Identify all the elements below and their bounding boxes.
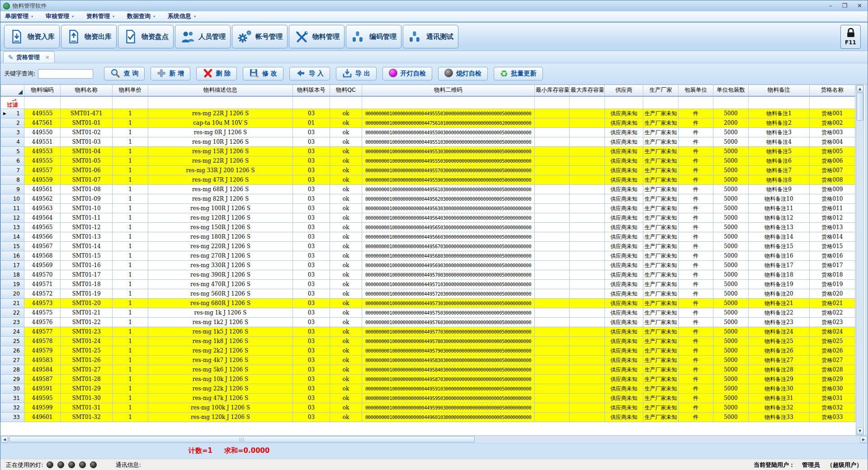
horizontal-scroll-thumb[interactable]: ||| <box>9 436 475 442</box>
table-row[interactable]: 21449573SMT01-201res-mg 680R J 1206 S03o… <box>1 299 855 308</box>
toolbar-button-2[interactable]: 物资出库 <box>61 25 117 48</box>
filter-cell[interactable] <box>605 96 643 109</box>
column-header[interactable]: 最大库存容量 <box>570 85 605 96</box>
action-button-9[interactable]: ♻批量更新 <box>494 67 543 80</box>
table-row[interactable]: 11449563SMT01-101res-mg 100R J 1206 S03o… <box>1 204 855 213</box>
filter-cell[interactable] <box>713 96 749 109</box>
keyword-input[interactable] <box>38 69 93 79</box>
action-button-3[interactable]: 删 除 <box>196 67 237 80</box>
action-button-7[interactable]: 开灯自检 <box>382 67 432 80</box>
menu-item-1[interactable]: 单据管理▾ <box>5 12 33 20</box>
action-button-4[interactable]: 修 改 <box>243 67 283 80</box>
menu-item-2[interactable]: 审核管理▾ <box>46 12 74 20</box>
table-row[interactable]: 12449564SMT01-111res-mg 120R J 1206 S03o… <box>1 213 855 223</box>
column-header[interactable]: 物料名称 <box>61 85 113 96</box>
column-header[interactable]: 物料编码 <box>24 85 61 96</box>
table-row[interactable]: 32449599SMT01-311res-mg 100k J 1206 S03o… <box>1 403 855 413</box>
column-header[interactable]: 包装单位 <box>679 85 713 96</box>
filter-cell[interactable] <box>293 96 330 109</box>
table-row[interactable]: 25449578SMT01-241res-mg 1k8 J 1206 S03ok… <box>1 337 855 346</box>
column-header[interactable]: 物料二维码 <box>362 85 535 96</box>
table-row[interactable]: 29449587SMT01-281res-mg 10k J 1206 S03ok… <box>1 375 855 384</box>
table-row[interactable]: 28449584SMT01-271res-mg 5k6 J 1206 S03ok… <box>1 365 855 375</box>
horizontal-scrollbar[interactable]: ◀ ||| ▶ <box>0 435 868 443</box>
toolbar-button-3[interactable]: 物资盘点 <box>118 25 174 48</box>
action-button-2[interactable]: 新 增 <box>151 67 190 80</box>
filter-cell[interactable] <box>535 96 570 109</box>
filter-cell[interactable] <box>362 96 535 109</box>
table-row[interactable]: 24449577SMT01-231res-mg 1k5 J 1206 S03ok… <box>1 327 855 337</box>
filter-cell[interactable] <box>61 96 113 109</box>
action-button-6[interactable]: 导 出 <box>336 67 377 80</box>
toolbar-button-1[interactable]: 物资入库 <box>4 25 60 48</box>
filter-cell[interactable] <box>148 96 293 109</box>
table-row[interactable]: 3449550SMT01-021res-mg 0R J 1206 S03ok00… <box>1 128 855 137</box>
table-row[interactable]: 7449557SMT01-061res-mg 33R J 200 1206 S0… <box>1 166 855 175</box>
filter-cell[interactable] <box>810 96 855 109</box>
filter-cell[interactable] <box>24 96 61 109</box>
tab-close-icon[interactable]: × <box>45 54 50 61</box>
action-button-5[interactable]: 导 入 <box>289 67 330 80</box>
table-row[interactable]: 19449571SMT01-181res-mg 470R J 1206 S03o… <box>1 280 855 289</box>
select-all-corner[interactable] <box>1 85 24 96</box>
action-button-8[interactable]: 熄灯自检 <box>438 67 488 80</box>
table-row[interactable]: 23449576SMT01-221res-mg 1k2 J 1206 S03ok… <box>1 318 855 327</box>
vertical-scroll-thumb[interactable] <box>857 93 863 121</box>
table-row[interactable]: 5449553SMT01-041res-mg 15R J 1206 S03ok0… <box>1 147 855 156</box>
menu-item-4[interactable]: 数据查询▾ <box>127 12 155 20</box>
column-header[interactable]: 货格名称 <box>810 85 855 96</box>
table-row[interactable]: 14449566SMT01-131res-mg 180R J 1206 S03o… <box>1 232 855 242</box>
scroll-left-icon[interactable]: ◀ <box>1 436 8 443</box>
lock-f11-button[interactable]: F11 <box>840 25 861 49</box>
table-row[interactable]: 22449575SMT01-211res-mg 1k J 1206 S03ok0… <box>1 308 855 318</box>
column-header[interactable]: 物料QC <box>330 85 362 96</box>
filter-cell[interactable] <box>749 96 810 109</box>
filter-cell[interactable] <box>330 96 362 109</box>
table-row[interactable]: 16449568SMT01-151res-mg 270R J 1206 S03o… <box>1 251 855 261</box>
maximize-button[interactable]: ❐ <box>842 1 847 11</box>
toolbar-button-4[interactable]: 人员管理 <box>175 25 231 48</box>
filter-cell[interactable] <box>679 96 713 109</box>
filter-cell[interactable] <box>113 96 148 109</box>
column-header[interactable]: 最小库存容量 <box>535 85 570 96</box>
table-row[interactable]: 33449601SMT01-321res-mg 120k J 1206 S03o… <box>1 413 855 422</box>
toolbar-button-5[interactable]: 帐号管理 <box>232 25 288 48</box>
table-row[interactable]: ▶1449555SMT01-4711res-mg 22R J 1206 S03o… <box>1 109 855 118</box>
column-header[interactable]: 物料备注 <box>749 85 810 96</box>
table-row[interactable]: 8449559SMT01-071res-mg 47R J 1206 S03ok0… <box>1 175 855 185</box>
toolbar-button-8[interactable]: 通讯测试 <box>403 25 458 48</box>
toolbar-button-7[interactable]: 编码管理 <box>346 25 401 48</box>
minimize-button[interactable]: – <box>829 1 832 11</box>
table-row[interactable]: 15449567SMT01-141res-mg 220R J 1206 S03o… <box>1 242 855 251</box>
table-row[interactable]: 20449572SMT01-191res-mg 560R J 1206 S03o… <box>1 289 855 299</box>
table-row[interactable]: 17449569SMT01-161res-mg 330R J 1206 S03o… <box>1 261 855 270</box>
menu-item-3[interactable]: 资料管理▾ <box>86 12 114 20</box>
column-header[interactable]: 单位包装数 <box>713 85 749 96</box>
scroll-up-icon[interactable]: ▲ <box>857 85 863 92</box>
table-row[interactable]: 18449570SMT01-171res-mg 390R J 1206 S03o… <box>1 270 855 280</box>
table-row[interactable]: 9449561SMT01-081res-mg 68R J 1206 S03ok0… <box>1 185 855 194</box>
column-header[interactable]: 供应商 <box>605 85 643 96</box>
column-header[interactable]: 物料描述信息 <box>148 85 293 96</box>
table-row[interactable]: 30449591SMT01-291res-mg 22k J 1206 S03ok… <box>1 384 855 394</box>
filter-cell[interactable] <box>570 96 605 109</box>
column-header[interactable]: 物料单价 <box>113 85 148 96</box>
table-row[interactable]: 27449583SMT01-261res-mg 4k7 J 1206 S03ok… <box>1 356 855 365</box>
table-row[interactable]: 31449595SMT01-301res-mg 47k J 1206 S03ok… <box>1 394 855 403</box>
close-button[interactable]: ✕ <box>857 1 862 11</box>
column-header[interactable]: 物料版本号 <box>293 85 330 96</box>
table-row[interactable]: 4449551SMT01-031res-mg 10R J 1206 S03ok0… <box>1 137 855 147</box>
tab-huoge-guanli[interactable]: ✎ 货格管理 × <box>3 51 55 63</box>
scroll-right-icon[interactable]: ▶ <box>860 436 867 443</box>
menu-item-5[interactable]: 系统信息▾ <box>168 12 196 20</box>
action-button-1[interactable]: 查 询 <box>104 67 145 80</box>
table-row[interactable]: 10449562SMT01-091res-mg 82R J 1206 S03ok… <box>1 194 855 204</box>
table-row[interactable]: 13449565SMT01-121res-mg 150R J 1206 S03o… <box>1 223 855 232</box>
vertical-scrollbar[interactable]: ▲ ▼ <box>856 85 864 435</box>
toolbar-button-6[interactable]: 物料管理 <box>289 25 344 48</box>
column-header[interactable]: 生产厂家 <box>643 85 679 96</box>
filter-cell[interactable] <box>643 96 679 109</box>
table-row[interactable]: 2447561SMT01-011cap-ta 10u M 10V S01ok00… <box>1 118 855 128</box>
scroll-down-icon[interactable]: ▼ <box>857 428 863 434</box>
table-row[interactable]: 6449555SMT01-051res-mg 22R J 1206 S03ok0… <box>1 156 855 166</box>
